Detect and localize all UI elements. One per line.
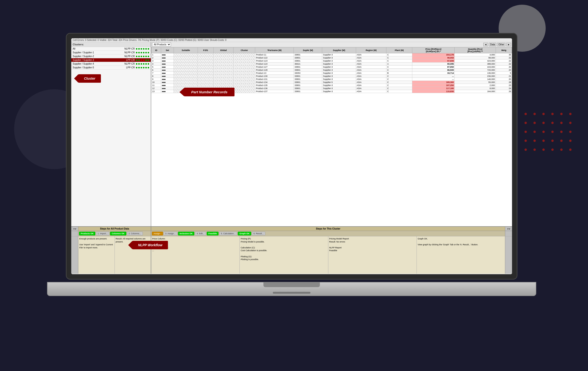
cell-cluster <box>233 90 255 93</box>
cell-price: 107,250 <box>412 84 455 87</box>
cell-weight: 22 <box>496 62 512 66</box>
cell-supnr: 33801 <box>294 66 322 69</box>
cluster-code-s5: LPP-CR <box>121 66 135 69</box>
cell-price: 115,830 <box>412 90 455 93</box>
cluster-annotation: Cluster <box>78 74 101 83</box>
status-text: Cell Errors: 0 Selected: 0 Visible: 324 … <box>73 39 227 41</box>
filter-select[interactable]: All Products <box>152 42 171 47</box>
workflow-panel: NLPP Workflow ∨∨ Steps for All Product D… <box>71 227 512 274</box>
inclusion-ok-btn[interactable]: Inclusion OK <box>178 232 195 235</box>
assign-detail-btn[interactable]: 3. Assign... <box>164 232 177 235</box>
data-btn[interactable]: Data <box>489 43 496 46</box>
table-row: 4 ■■■■ Product-124 36621 Supplier-3 ASIA… <box>151 62 512 66</box>
cell-set: ■■■■ <box>161 60 174 62</box>
col-supnr: SupNr (M) <box>294 48 322 53</box>
cluster-row-s1[interactable]: Supplier / Supplier-1 NLPP-CR <box>71 51 151 54</box>
cell-set: ■■■■ <box>161 66 174 69</box>
nlpp-workflow-annotation: NLPP Workflow <box>132 241 168 249</box>
cell-set: ■■■■ <box>161 81 174 84</box>
cell-supnr: 33801 <box>294 78 322 81</box>
cell-supnr: 33801 <box>294 69 322 72</box>
cluster-row-all[interactable]: All NLPP-CR <box>71 47 151 51</box>
step-box-6: Graph OK.View graph by clicking the 'Gra… <box>417 236 505 274</box>
cell-global <box>214 62 233 66</box>
cell-global <box>214 81 233 84</box>
columns-ok-btn[interactable]: Columns OK <box>110 232 126 235</box>
calc-btn[interactable]: 5. Calculation... <box>219 232 237 235</box>
cell-region: ASIA <box>356 60 387 62</box>
cell-partname: Product-127 <box>255 66 294 69</box>
products-ok-btn[interactable]: Products OK <box>79 232 95 235</box>
cell-weight: 20 <box>496 69 512 72</box>
cell-qty: 424,000 <box>455 60 496 62</box>
right-step-buttons: Assign - 3. Assign... Inclusion OK 4. Ed… <box>151 231 505 236</box>
assign-btn[interactable]: Assign - <box>152 232 163 235</box>
cell-global <box>214 69 233 72</box>
cell-supnr: 33801 <box>294 81 322 84</box>
cell-region: ASIA <box>356 66 387 69</box>
cell-global <box>214 60 233 62</box>
col-set: Set <box>161 48 174 53</box>
nav-next-btn[interactable]: ► <box>506 43 511 46</box>
cluster-indicators-s5 <box>136 67 149 68</box>
cluster-row-s2[interactable]: Supplier / Supplier-2 NLPP-CR <box>71 54 151 58</box>
cell-qty: 4,000 <box>455 53 496 56</box>
cell-pjg <box>198 78 214 81</box>
bottom-left-scroll[interactable]: ∨∨ <box>71 227 78 231</box>
cell-price: 117,180 <box>412 87 455 90</box>
data-table-container[interactable]: ID Set Suitable PJ/G Global Cluster *Par… <box>151 47 512 226</box>
cell-price: 87,850 <box>412 66 455 69</box>
import-btn[interactable]: 1. Import... <box>96 232 109 235</box>
cell-suitable <box>174 60 198 62</box>
feasible-btn[interactable]: Feasible <box>207 232 219 235</box>
cell-id: 2 <box>151 56 161 60</box>
cell-price: 33,714 <box>412 72 455 75</box>
cell-region: ASIA <box>356 72 387 75</box>
col-weight: Weig <box>496 48 512 53</box>
other-btn[interactable]: Other <box>497 43 505 46</box>
columns-btn[interactable]: 2. Columns... <box>127 232 143 235</box>
nav-prev-btn[interactable]: ◄ <box>483 43 488 46</box>
table-row: 2 ■■■■ Product-122 33801 Supplier-3 ASIA… <box>151 56 512 60</box>
cluster-code-s4: NLPP-CR <box>121 62 135 65</box>
result-btn[interactable]: 6. Result... <box>252 232 265 235</box>
cell-plant: C <box>387 87 412 90</box>
laptop-screen: Cell Errors: 0 Selected: 0 Visible: 324 … <box>71 38 512 274</box>
cell-set: ■■■■ <box>161 72 174 75</box>
cell-supplier: Supplier-3 <box>322 78 356 81</box>
cluster-row-s4[interactable]: Supplier / Supplier-4 NLPP-CR <box>71 62 151 66</box>
cell-qty: 236,000 <box>455 75 496 78</box>
cell-partname: Product-130 <box>255 75 294 78</box>
table-row: 5 ■■■■ Product-127 33801 Supplier-3 ASIA… <box>151 66 512 69</box>
cell-id: 1 <box>151 53 161 56</box>
bottom-right-scroll[interactable]: ∨∨ <box>505 227 512 231</box>
cell-cluster <box>233 72 255 75</box>
cell-qty: 98,000 <box>455 56 496 60</box>
cluster-name-all: All <box>73 48 121 50</box>
left-steps-header: Steps for All Product Data <box>78 227 151 231</box>
cell-pjg <box>198 53 214 56</box>
step-content-4: Pricing (P):Pricing Model is possible.Ca… <box>241 237 327 261</box>
cell-pjg <box>198 66 214 69</box>
cluster-row-s3[interactable]: Supplier / Supplier-3 LPP-CR <box>71 58 151 62</box>
step-content-1: Enough products are present.Use 'Import'… <box>79 237 114 249</box>
laptop-notch <box>273 292 310 294</box>
table-row: 8 ■■■■ Product-130 33801 Supplier-3 ASIA… <box>151 75 512 78</box>
col-qty: Quantity [Pcs][Pcs] (nGPD) ** <box>455 48 496 53</box>
cell-suitable <box>174 69 198 72</box>
cell-id: 7 <box>151 72 161 75</box>
cell-set: ■■■■ <box>161 87 174 90</box>
cell-id: 11 <box>151 84 161 87</box>
step-content-5: Pricing Model ReportResult: No errorsNLP… <box>329 237 416 252</box>
col-global: Global <box>214 48 233 53</box>
cluster-row-s5[interactable]: Supplier / Supplier-5 LPP-CR <box>71 66 151 70</box>
cell-weight: 23 <box>496 84 512 87</box>
col-plant: Plant (M) <box>387 48 412 53</box>
graph-ok-btn[interactable]: Graph OK <box>238 232 251 235</box>
edit-btn[interactable]: 4. Edit... <box>195 232 206 235</box>
col-id: ID <box>151 48 161 53</box>
cluster-code-all: NLPP-CR <box>121 48 135 50</box>
table-row: 3 ■■■■ Product-123 33801 Supplier-3 ASIA… <box>151 60 512 62</box>
cell-cluster <box>233 69 255 72</box>
cluster-indicators-all <box>136 48 149 50</box>
